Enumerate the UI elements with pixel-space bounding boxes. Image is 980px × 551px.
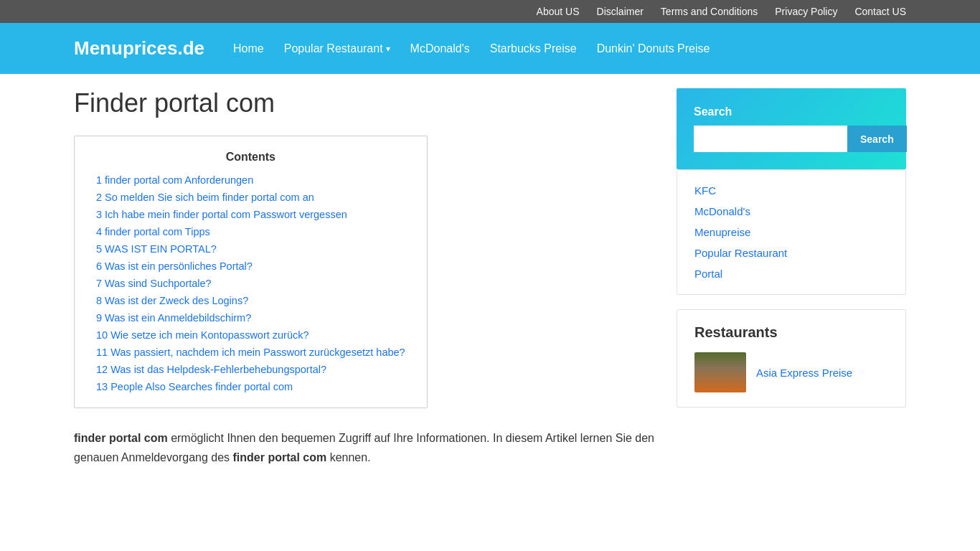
list-item: 2 So melden Sie sich beim finder portal … bbox=[96, 191, 405, 204]
sidebar-link-popular[interactable]: Popular Restaurant bbox=[694, 247, 888, 259]
topbar-about[interactable]: About US bbox=[537, 6, 580, 17]
search-widget: Search Search bbox=[677, 88, 906, 169]
list-item: 12 Was ist das Helpdesk-Fehlerbehebungsp… bbox=[96, 363, 405, 376]
nav-home[interactable]: Home bbox=[233, 42, 264, 55]
contents-link-12[interactable]: 12 Was ist das Helpdesk-Fehlerbehebungsp… bbox=[96, 364, 326, 375]
restaurant-link-asia[interactable]: Asia Express Preise bbox=[756, 367, 852, 379]
site-header: Menuprices.de Home Popular Restaurant ▾ … bbox=[0, 23, 980, 74]
page-wrapper: Finder portal com Contents 1 finder port… bbox=[60, 74, 920, 493]
contents-list: 1 finder portal com Anforderungen 2 So m… bbox=[96, 174, 405, 393]
site-title[interactable]: Menuprices.de bbox=[74, 37, 204, 60]
nav-dunkin[interactable]: Dunkin' Donuts Preise bbox=[597, 42, 710, 55]
intro-suffix: kennen. bbox=[326, 451, 370, 463]
list-item: 6 Was ist ein persönliches Portal? bbox=[96, 260, 405, 273]
contents-link-6[interactable]: 6 Was ist ein persönliches Portal? bbox=[96, 260, 253, 272]
contents-title: Contents bbox=[96, 151, 405, 164]
contents-link-2[interactable]: 2 So melden Sie sich beim finder portal … bbox=[96, 192, 314, 203]
nav-popular-restaurant[interactable]: Popular Restaurant ▾ bbox=[284, 42, 390, 55]
list-item: 11 Was passiert, nachdem ich mein Passwo… bbox=[96, 346, 405, 359]
topbar-privacy[interactable]: Privacy Policy bbox=[775, 6, 837, 17]
top-bar: About US Disclaimer Terms and Conditions… bbox=[0, 0, 980, 23]
contents-link-11[interactable]: 11 Was passiert, nachdem ich mein Passwo… bbox=[96, 347, 405, 358]
contents-link-10[interactable]: 10 Wie setze ich mein Kontopasswort zurü… bbox=[96, 329, 309, 341]
intro-bold-2: finder portal com bbox=[233, 451, 327, 463]
page-title: Finder portal com bbox=[74, 88, 655, 118]
list-item: 10 Wie setze ich mein Kontopasswort zurü… bbox=[96, 329, 405, 342]
contents-link-8[interactable]: 8 Was ist der Zweck des Logins? bbox=[96, 295, 248, 306]
search-input[interactable] bbox=[694, 126, 847, 152]
restaurant-thumb bbox=[694, 352, 746, 392]
search-button[interactable]: Search bbox=[847, 126, 907, 152]
list-item: 3 Ich habe mein finder portal com Passwo… bbox=[96, 208, 405, 221]
nav-mcdonalds[interactable]: McDonald's bbox=[410, 42, 470, 55]
search-label: Search bbox=[694, 105, 889, 118]
list-item: 4 finder portal com Tipps bbox=[96, 225, 405, 238]
topbar-disclaimer[interactable]: Disclaimer bbox=[597, 6, 644, 17]
contents-link-9[interactable]: 9 Was ist ein Anmeldebildschirm? bbox=[96, 312, 251, 324]
intro-bold-1: finder portal com bbox=[74, 432, 168, 444]
sidebar-link-kfc[interactable]: KFC bbox=[694, 184, 888, 197]
search-row: Search bbox=[694, 126, 889, 152]
links-widget: KFC McDonald's Menupreise Popular Restau… bbox=[677, 169, 906, 295]
contents-box: Contents 1 finder portal com Anforderung… bbox=[74, 136, 428, 408]
list-item: 9 Was ist ein Anmeldebildschirm? bbox=[96, 311, 405, 324]
contents-link-13[interactable]: 13 People Also Searches finder portal co… bbox=[96, 381, 293, 392]
list-item: 8 Was ist der Zweck des Logins? bbox=[96, 294, 405, 307]
contents-link-4[interactable]: 4 finder portal com Tipps bbox=[96, 226, 210, 237]
sidebar-link-portal[interactable]: Portal bbox=[694, 268, 888, 280]
contents-link-7[interactable]: 7 Was sind Suchportale? bbox=[96, 278, 212, 289]
sidebar-link-mcdonalds[interactable]: McDonald's bbox=[694, 205, 888, 217]
contents-link-3[interactable]: 3 Ich habe mein finder portal com Passwo… bbox=[96, 209, 347, 220]
main-content: Finder portal com Contents 1 finder port… bbox=[74, 88, 655, 479]
list-item: 13 People Also Searches finder portal co… bbox=[96, 380, 405, 393]
main-nav: Home Popular Restaurant ▾ McDonald's Sta… bbox=[233, 42, 710, 55]
article-intro: finder portal com ermöglicht Ihnen den b… bbox=[74, 428, 655, 467]
chevron-down-icon: ▾ bbox=[386, 44, 390, 54]
topbar-terms[interactable]: Terms and Conditions bbox=[661, 6, 758, 17]
restaurant-item: Asia Express Preise bbox=[694, 352, 888, 392]
contents-link-1[interactable]: 1 finder portal com Anforderungen bbox=[96, 174, 253, 186]
contents-link-5[interactable]: 5 WAS IST EIN PORTAL? bbox=[96, 243, 217, 255]
list-item: 5 WAS IST EIN PORTAL? bbox=[96, 242, 405, 255]
list-item: 7 Was sind Suchportale? bbox=[96, 277, 405, 290]
topbar-contact[interactable]: Contact US bbox=[854, 6, 906, 17]
sidebar-link-menupreise[interactable]: Menupreise bbox=[694, 226, 888, 238]
restaurants-widget: Restaurants Asia Express Preise bbox=[677, 309, 906, 408]
sidebar: Search Search KFC McDonald's Menupreise … bbox=[677, 88, 906, 479]
list-item: 1 finder portal com Anforderungen bbox=[96, 174, 405, 187]
nav-starbucks[interactable]: Starbucks Preise bbox=[490, 42, 577, 55]
restaurants-title: Restaurants bbox=[694, 324, 888, 341]
